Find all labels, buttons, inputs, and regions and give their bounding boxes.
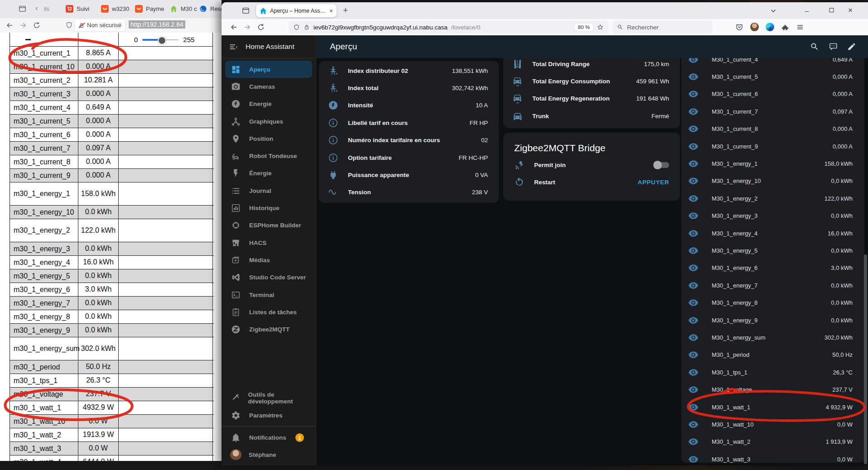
tracking-shield-icon[interactable] <box>65 21 73 29</box>
zoom-level-chip[interactable]: 80 % <box>575 24 593 31</box>
sidebar-item-dev-tools[interactable]: Outils de développement <box>225 389 312 407</box>
sidebar-item--nergie[interactable]: Énergie <box>225 165 312 182</box>
list-tabs-chevron-icon[interactable] <box>769 7 777 15</box>
bookmark-star-icon[interactable] <box>597 24 604 31</box>
sidebar-item-cameras[interactable]: Cameras <box>225 78 312 95</box>
sidebar-item-profile[interactable]: Stéphane <box>225 446 312 464</box>
entity-state-row[interactable]: Puissance apparente0 VA <box>319 166 499 183</box>
sidebar-item-terminal[interactable]: Terminal <box>225 286 312 303</box>
entity-row-m30_1_energy_10[interactable]: M30_1_energy_100,0 kWh <box>681 173 864 190</box>
security-chip[interactable]: Non sécurisé <box>75 19 125 31</box>
tab-payme[interactable]: Payme <box>135 5 164 13</box>
restart-row[interactable]: Restart APPUYER <box>514 173 669 191</box>
entity-state-row[interactable]: TrunkFermé <box>503 107 680 125</box>
back-icon[interactable] <box>5 21 14 29</box>
reload-icon[interactable] <box>33 21 41 29</box>
sidebar-item-robot-tondeuse[interactable]: Robot Tondeuse <box>225 147 312 164</box>
entity-state-row[interactable]: Intensité10 A <box>319 97 499 114</box>
extensions-puzzle-icon[interactable] <box>781 23 789 31</box>
back-icon[interactable] <box>230 23 238 31</box>
sidebar-item-zigbee2mqtt[interactable]: Zigbee2MQTT <box>225 321 312 338</box>
entity-row-m30_1_energy_5[interactable]: M30_1_energy_50,0 kWh <box>681 242 864 259</box>
tab-scroll-left-icon[interactable]: ‹ <box>35 4 38 13</box>
entity-row-m30_1_current_6[interactable]: M30_1_current_60,000 A <box>681 86 864 103</box>
menu-hamburger-icon[interactable] <box>796 23 804 31</box>
entity-row-m30_1_energy_1[interactable]: M30_1_energy_1158,0 kWh <box>681 155 864 172</box>
pocket-icon[interactable] <box>735 23 743 31</box>
entity-state-row[interactable]: Index total302,742 kWh <box>319 79 499 96</box>
tab-home-assistant[interactable]: Aperçu – Home Assistant × <box>256 4 337 17</box>
address-input[interactable]: http://192.168.2.84 <box>129 20 185 29</box>
entity-row-m30_1_energy_6[interactable]: M30_1_energy_63,0 kWh <box>681 259 864 277</box>
tab-suivi[interactable]: Suivi <box>66 5 89 13</box>
permit-join-row[interactable]: Permit join <box>514 156 669 173</box>
sidebar-item-position[interactable]: Position <box>225 130 312 147</box>
entity-row-m30_1_watt_10[interactable]: M30_1_watt_100,0 W <box>681 416 864 433</box>
entity-row-m30_1_current_7[interactable]: M30_1_current_70,097 A <box>681 103 864 120</box>
scrollbar-thumb[interactable] <box>864 254 867 464</box>
tab-rese[interactable]: Rese <box>199 5 224 13</box>
permit-join-toggle[interactable] <box>654 162 669 168</box>
tab-close-icon[interactable]: × <box>329 7 333 14</box>
sidebar-item-settings[interactable]: Paramètres <box>225 407 312 424</box>
new-tab-icon[interactable]: + <box>343 5 348 15</box>
search-icon[interactable] <box>810 42 819 51</box>
tab-w3230[interactable]: w3230 <box>101 5 129 13</box>
restart-button[interactable]: APPUYER <box>638 179 669 186</box>
sidebar-item-energie[interactable]: Energie <box>225 96 312 113</box>
sidebar-item-notifications[interactable]: Notifications 1 <box>225 429 312 446</box>
address-bar[interactable]: iev6b72gl9xwgfbrgtn5gcguwdrqa2yf.ui.nabu… <box>289 21 608 34</box>
entity-state-row[interactable]: Total Energy Consumption459 961 Wh <box>503 72 680 90</box>
sidebar-item-studio-code-server[interactable]: Studio Code Server <box>225 269 312 286</box>
sidebar-item-hacs[interactable]: HACS <box>225 234 312 251</box>
search-input[interactable]: Rechercher <box>612 21 713 34</box>
entity-row-m30_1_energy_2[interactable]: M30_1_energy_2122,0 kWh <box>681 190 864 207</box>
entity-state-row[interactable]: Tension238 V <box>319 184 499 201</box>
entity-row-m30_1_current_4[interactable]: M30_1_current_40,649 A <box>681 58 864 68</box>
reload-icon[interactable] <box>257 23 265 31</box>
entity-row-m30_1_tps_1[interactable]: M30_1_tps_126,3 °C <box>681 364 864 381</box>
clipped-tab-label[interactable]: ils <box>44 5 49 12</box>
entity-row-m30_1_voltage[interactable]: M30_1_voltage237,7 V <box>681 381 864 398</box>
entity-state-row[interactable]: Numéro index tarifaire en cours02 <box>319 132 499 149</box>
sidebar-item-listes-de-t-ches[interactable]: Listes de tâches <box>225 303 312 321</box>
sidebar-item-journal[interactable]: Journal <box>225 182 312 199</box>
slider-knob[interactable] <box>158 36 166 45</box>
entity-row-m30_1_energy_7[interactable]: M30_1_energy_70,0 kWh <box>681 277 864 294</box>
tracking-shield-icon[interactable] <box>293 24 300 31</box>
entity-row-m30_1_current_5[interactable]: M30_1_current_50,000 A <box>681 68 864 85</box>
entity-row-m30_1_period[interactable]: M30_1_period50,0 Hz <box>681 346 864 364</box>
sidebar-item-esphome-builder[interactable]: ESPHome Builder <box>225 217 312 234</box>
close-button[interactable]: × <box>844 5 857 16</box>
browser-window-icon[interactable] <box>241 6 250 15</box>
entity-row-m30_1_watt_1[interactable]: M30_1_watt_14 932,9 W <box>681 398 864 416</box>
entity-row-m30_1_energy_9[interactable]: M30_1_energy_90,0 kWh <box>681 312 864 329</box>
entity-row-m30_1_energy_sum[interactable]: M30_1_energy_sum302,0 kWh <box>681 329 864 346</box>
sidebar-item-graphiques[interactable]: Graphiques <box>225 113 312 130</box>
sidebar-item-historique[interactable]: Historique <box>225 199 312 216</box>
forward-icon[interactable] <box>19 21 27 29</box>
entity-state-row[interactable]: Libellé tarif en coursFR HP <box>319 114 499 131</box>
entity-state-row[interactable]: Option tarifaireFR HC-HP <box>319 149 499 166</box>
assist-chat-icon[interactable] <box>829 42 838 51</box>
browser-window-icon[interactable] <box>18 5 27 13</box>
tab-m30-c[interactable]: M30 c <box>170 5 197 13</box>
value-slider[interactable] <box>142 36 178 43</box>
sidebar-item-aper-u[interactable]: Aperçu <box>225 61 312 78</box>
entity-row-m30_1_energy_4[interactable]: M30_1_energy_416,0 kWh <box>681 225 864 242</box>
entity-row-m30_1_energy_3[interactable]: M30_1_energy_30,0 kWh <box>681 207 864 225</box>
maximize-button[interactable] <box>829 7 834 13</box>
sidebar-toggle-icon[interactable] <box>229 42 238 52</box>
entity-row-m30_1_watt_3[interactable]: M30_1_watt_30,0 W <box>681 451 864 463</box>
entity-row-m30_1_current_9[interactable]: M30_1_current_90,000 A <box>681 138 864 155</box>
edge-browser-icon[interactable] <box>766 23 774 31</box>
edit-dashboard-pencil-icon[interactable] <box>847 42 856 51</box>
entity-state-row[interactable]: Total Energy Regeneration191 648 Wh <box>503 90 680 107</box>
minimize-button[interactable]: – <box>800 5 814 16</box>
account-avatar[interactable] <box>750 23 759 31</box>
entity-state-row[interactable]: Index distributeur 02138,551 kWh <box>319 62 499 79</box>
sidebar-item-m-dias[interactable]: Médias <box>225 251 312 269</box>
entity-row-m30_1_watt_2[interactable]: M30_1_watt_21 913,9 W <box>681 433 864 451</box>
entity-row-m30_1_current_8[interactable]: M30_1_current_80,000 A <box>681 120 864 138</box>
entity-state-row[interactable]: Total Driving Range175,0 km <box>503 58 680 72</box>
